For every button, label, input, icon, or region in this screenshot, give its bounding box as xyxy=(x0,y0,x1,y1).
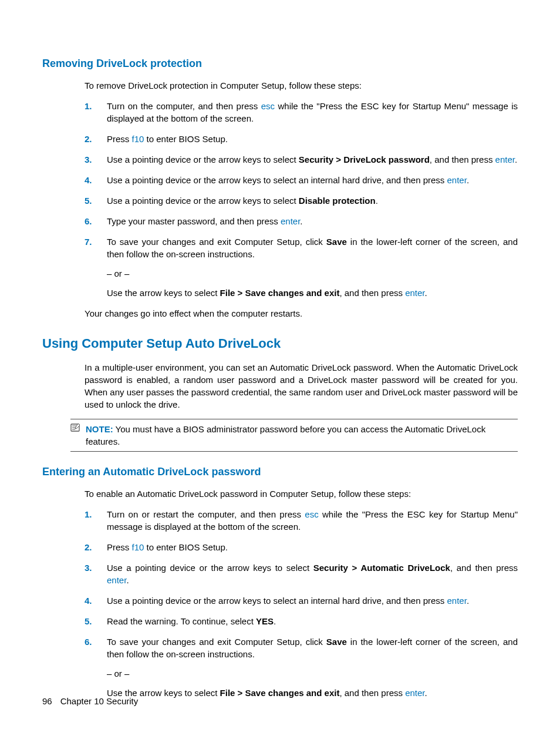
paragraph: In a multiple-user environment, you can … xyxy=(85,361,518,411)
bold-text: Disable protection xyxy=(299,196,376,206)
step-item: 2. Press f10 to enter BIOS Setup. xyxy=(85,541,518,553)
heading-entering-auto-password: Entering an Automatic DriveLock password xyxy=(42,465,518,479)
step-text: to enter BIOS Setup. xyxy=(144,542,228,552)
step-text: Turn on the computer, and then press xyxy=(107,101,261,111)
step-text: Type your master password, and then pres… xyxy=(107,216,281,226)
note-block: NOTE: You must have a BIOS administrator… xyxy=(70,419,518,452)
step-text: Use a pointing device or the arrow keys … xyxy=(107,196,299,206)
step-text: To save your changes and exit Computer S… xyxy=(107,237,326,247)
key-enter: enter xyxy=(495,154,515,164)
step-item: 6. Type your master password, and then p… xyxy=(85,215,518,227)
key-enter: enter xyxy=(281,216,300,226)
bold-text: File > Save changes and exit xyxy=(220,688,340,698)
page-number: 96 xyxy=(42,696,52,706)
step-item: 1. Turn on or restart the computer, and … xyxy=(85,508,518,533)
step-number: 4. xyxy=(85,594,92,607)
note-text: You must have a BIOS administrator passw… xyxy=(86,424,485,446)
step-number: 2. xyxy=(85,541,92,553)
step-number: 1. xyxy=(85,100,92,112)
chapter-label: Chapter 10 Security xyxy=(60,696,139,706)
page-content: Removing DriveLock protection To remove … xyxy=(0,0,560,699)
intro-text: To remove DriveLock protection in Comput… xyxy=(85,79,518,92)
or-separator: – or – xyxy=(107,667,518,680)
step-number: 2. xyxy=(85,133,92,145)
step-number: 6. xyxy=(85,636,92,648)
step-text: Press xyxy=(107,134,132,144)
step-text: , and then press xyxy=(450,563,518,573)
key-enter: enter xyxy=(405,688,424,698)
step-number: 5. xyxy=(85,194,92,207)
key-f10: f10 xyxy=(132,134,144,144)
steps-list-1: 1. Turn on the computer, and then press … xyxy=(85,100,518,299)
page-footer: 96Chapter 10 Security xyxy=(42,695,138,707)
key-f10: f10 xyxy=(132,542,144,552)
key-esc: esc xyxy=(305,509,318,519)
heading-auto-drivelock: Using Computer Setup Auto DriveLock xyxy=(42,335,518,353)
step-item: 3. Use a pointing device or the arrow ke… xyxy=(85,153,518,166)
intro-text: To enable an Automatic DriveLock passwor… xyxy=(85,488,518,500)
step-text: . xyxy=(376,196,378,206)
step-text: To save your changes and exit Computer S… xyxy=(107,637,326,647)
step-text: Read the warning. To continue, select xyxy=(107,616,256,626)
step-text: Turn on or restart the computer, and the… xyxy=(107,509,305,519)
step-item: 4. Use a pointing device or the arrow ke… xyxy=(85,594,518,607)
step-text: . xyxy=(126,575,129,585)
step-text: Use the arrow keys to select xyxy=(107,288,220,298)
step-number: 5. xyxy=(85,615,92,627)
heading-removing-drivelock: Removing DriveLock protection xyxy=(42,56,518,71)
bold-text: Save xyxy=(326,637,347,647)
step-item: 6. To save your changes and exit Compute… xyxy=(85,636,518,699)
bold-text: Security > Automatic DriveLock xyxy=(313,563,450,573)
step-item: 5. Read the warning. To continue, select… xyxy=(85,615,518,627)
step-item: 5. Use a pointing device or the arrow ke… xyxy=(85,194,518,207)
or-separator: – or – xyxy=(107,267,518,280)
step-text: , and then press xyxy=(339,688,405,698)
step-item: 3. Use a pointing device or the arrow ke… xyxy=(85,562,518,586)
step-number: 1. xyxy=(85,508,92,520)
step-number: 4. xyxy=(85,174,92,186)
step-text: Use the arrow keys to select File > Save… xyxy=(107,687,518,699)
step-text: . xyxy=(467,596,469,606)
note-icon xyxy=(70,423,81,432)
step-number: 6. xyxy=(85,215,92,227)
step-item: 2. Press f10 to enter BIOS Setup. xyxy=(85,133,518,145)
step-text: Use a pointing device or the arrow keys … xyxy=(107,154,299,164)
step-text: Use a pointing device or the arrow keys … xyxy=(107,563,313,573)
step-text: Use a pointing device or the arrow keys … xyxy=(107,175,447,185)
step-text: , and then press xyxy=(430,154,495,164)
note-label: NOTE: xyxy=(86,424,113,434)
step-number: 7. xyxy=(85,236,92,248)
step-text: . xyxy=(467,175,469,185)
step-number: 3. xyxy=(85,562,92,574)
step-text: . xyxy=(425,288,427,298)
step-item: 7. To save your changes and exit Compute… xyxy=(85,236,518,299)
step-text: Press xyxy=(107,542,132,552)
step-text: . xyxy=(425,688,427,698)
key-enter: enter xyxy=(107,575,126,585)
step-text: to enter BIOS Setup. xyxy=(144,134,228,144)
key-enter: enter xyxy=(447,175,467,185)
step-item: 4. Use a pointing device or the arrow ke… xyxy=(85,174,518,186)
outro-text: Your changes go into effect when the com… xyxy=(85,307,518,320)
step-item: 1. Turn on the computer, and then press … xyxy=(85,100,518,125)
key-enter: enter xyxy=(405,288,424,298)
key-enter: enter xyxy=(447,596,467,606)
bold-text: Security > DriveLock password xyxy=(299,154,430,164)
step-text: Use a pointing device or the arrow keys … xyxy=(107,596,447,606)
step-text: . xyxy=(274,616,276,626)
bold-text: Save xyxy=(326,237,347,247)
step-text: . xyxy=(515,154,517,164)
key-esc: esc xyxy=(261,101,275,111)
step-number: 3. xyxy=(85,153,92,166)
steps-list-2: 1. Turn on or restart the computer, and … xyxy=(85,508,518,699)
step-text: , and then press xyxy=(339,288,405,298)
bold-text: File > Save changes and exit xyxy=(220,288,340,298)
step-text: . xyxy=(300,216,302,226)
step-text: Use the arrow keys to select File > Save… xyxy=(107,287,518,299)
bold-text: YES xyxy=(256,616,274,626)
